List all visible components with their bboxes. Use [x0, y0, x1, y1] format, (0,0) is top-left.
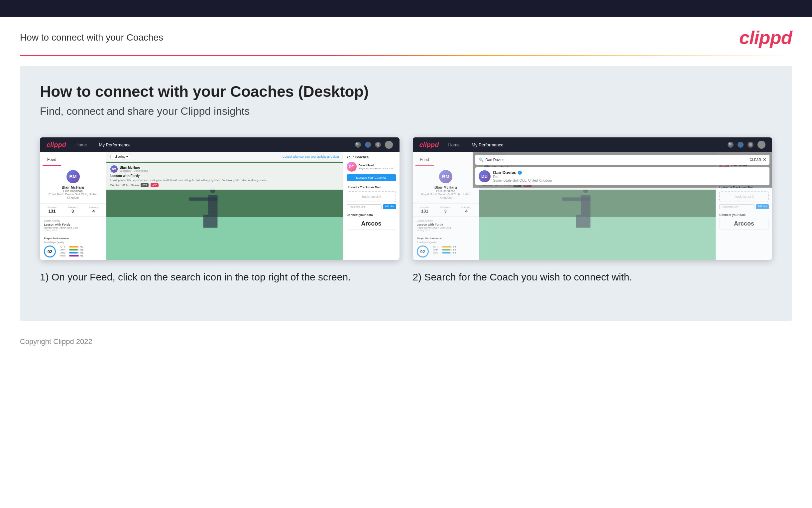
profile-avatar-1: BM [66, 170, 80, 183]
svg-rect-11 [562, 198, 590, 201]
search-input-2[interactable]: Dan Davies [486, 158, 748, 162]
header-divider [20, 55, 792, 56]
user-profile-card-1: BM Blair McHarg Plus Handicap Royal Nort… [40, 166, 106, 204]
player-performance-1: Player Performance Total Player Quality … [40, 234, 106, 260]
post-duration-1: Duration 01 hr : 30 min OTT APP [110, 183, 339, 187]
nav-home-1[interactable]: Home [73, 141, 90, 149]
trackman-input-1[interactable]: Trackman Link [347, 204, 382, 209]
settings-icon-1[interactable]: ⚙ [375, 142, 381, 148]
svg-rect-6 [210, 215, 218, 228]
screenshot-frame-2: clippd Home My Performance 🔍 👤 ⚙ Feed [413, 137, 772, 260]
close-btn-2[interactable]: × [763, 157, 766, 163]
profile-handicap-1: Plus Handicap [44, 189, 102, 193]
app-body-2: Feed BM Blair McHarg Plus Handicap Royal… [413, 152, 772, 260]
app-body-1: Feed BM Blair McHarg Plus Handicap Royal… [40, 152, 399, 260]
post-content-1: BM Blair McHarg Yesterday · Sunningdale … [106, 163, 343, 189]
svg-rect-5 [203, 215, 210, 228]
nav-my-performance-1[interactable]: My Performance [96, 141, 133, 149]
svg-rect-13 [583, 215, 590, 228]
nav-logo-2: clippd [420, 141, 439, 149]
svg-rect-12 [576, 215, 583, 228]
header: How to connect with your Coaches clippd [0, 17, 812, 55]
screenshots-row: clippd Home My Performance 🔍 👤 ⚙ Feed [40, 137, 772, 284]
screenshot-frame-1: clippd Home My Performance 🔍 👤 ⚙ Feed [40, 137, 399, 260]
nav-my-performance-2[interactable]: My Performance [469, 141, 506, 149]
feed-tab-2[interactable]: Feed [416, 154, 434, 166]
upload-section-1: Upload a Trackman Test Trackman Link Tra… [347, 186, 396, 209]
main-subheading: Find, connect and share your Clippd insi… [40, 105, 772, 118]
score-circle-1: 92 [44, 246, 56, 257]
verified-badge-2: ✓ [518, 171, 522, 175]
search-result-2[interactable]: DD Dan Davies ✓ Pro Sunningdale Golf Clu… [475, 167, 770, 185]
stat-followers-1: Followers 3 [68, 206, 78, 214]
metrics-1: OTT 90 APP 85 [60, 246, 83, 257]
search-overlay-2: 🔍 Dan Davies CLEAR × DD Dan Davies ✓ [473, 152, 772, 187]
profile-club-1: Royal North Devon Golf Club, United King… [44, 193, 102, 199]
profile-name-1: Blair McHarg [44, 185, 102, 189]
feed-sidebar-1: Feed BM Blair McHarg Plus Handicap Royal… [40, 152, 106, 260]
page-title: How to connect with your Coaches [20, 32, 163, 43]
stats-row-1: Activities 131 Followers 3 Following 4 [40, 204, 106, 217]
nav-home-2[interactable]: Home [445, 141, 462, 149]
feed-main-1: Following ▾ Control who can see your act… [106, 152, 343, 260]
main-heading: How to connect with your Coaches (Deskto… [40, 83, 772, 100]
stat-following-1: Following 4 [89, 206, 99, 214]
add-link-btn-1[interactable]: Add Link [383, 204, 396, 209]
avatar-2[interactable] [758, 141, 765, 149]
search-bar-2: 🔍 Dan Davies CLEAR × [475, 155, 770, 165]
trackman-input-row-1: Trackman Link Add Link [347, 204, 396, 209]
app-nav-1: clippd Home My Performance 🔍 👤 ⚙ [40, 137, 399, 152]
main-content: How to connect with your Coaches (Deskto… [20, 66, 792, 321]
top-bar [0, 0, 812, 17]
control-link-1[interactable]: Control who can see your activity and da… [283, 155, 339, 158]
btn-off-1[interactable]: OTT [141, 183, 149, 187]
result-name-2: Dan Davies ✓ [493, 170, 552, 175]
coach-avatar-1: DF [347, 162, 356, 172]
following-btn-1[interactable]: Following ▾ [110, 154, 130, 159]
search-icon-1[interactable]: 🔍 [355, 142, 361, 148]
latest-activity-1: Latest Activity Lesson with Fordy Royal … [40, 217, 106, 234]
search-icon-inner-2: 🔍 [479, 157, 484, 162]
feed-header-row-1: Following ▾ Control who can see your act… [106, 152, 343, 162]
svg-rect-1 [106, 217, 343, 260]
svg-rect-4 [189, 198, 218, 201]
post-avatar-1: BM [110, 165, 118, 173]
user-icon-2[interactable]: 👤 [737, 142, 744, 148]
trackman-box-1: Trackman Link [347, 191, 396, 202]
feed-tab-1[interactable]: Feed [43, 154, 61, 166]
btn-app-1[interactable]: APP [151, 183, 158, 187]
result-club-2: Sunningdale Golf Club, United Kingdom [493, 179, 552, 182]
user-icon-1[interactable]: 👤 [365, 142, 371, 148]
result-avatar-2: DD [479, 170, 490, 182]
nav-logo-1: clippd [47, 141, 66, 149]
avatar-1[interactable] [385, 141, 393, 149]
settings-icon-2[interactable]: ⚙ [748, 142, 754, 148]
coaches-panel-1: Your Coaches DF David Ford Royal North D… [343, 152, 399, 260]
coach-item-1: DF David Ford Royal North Devon Golf Clu… [347, 162, 396, 172]
arccos-logo-1: Arccos [347, 218, 396, 229]
clippd-logo: clippd [739, 27, 792, 48]
step1-description: 1) On your Feed, click on the search ico… [40, 270, 399, 284]
svg-rect-8 [479, 217, 716, 260]
screenshot-block-2: clippd Home My Performance 🔍 👤 ⚙ Feed [413, 137, 772, 284]
search-icon-2[interactable]: 🔍 [727, 142, 733, 148]
result-role-2: Pro [493, 175, 552, 179]
screenshot-block-1: clippd Home My Performance 🔍 👤 ⚙ Feed [40, 137, 399, 284]
nav-icons-1: 🔍 👤 ⚙ [355, 141, 393, 149]
app-nav-2: clippd Home My Performance 🔍 👤 ⚙ [413, 137, 772, 152]
nav-icons-2: 🔍 👤 ⚙ [727, 141, 765, 149]
feed-sidebar-2: Feed BM Blair McHarg Plus Handicap Royal… [413, 152, 479, 260]
footer: Copyright Clippd 2022 [0, 331, 812, 353]
copyright: Copyright Clippd 2022 [20, 337, 92, 346]
manage-coaches-btn-1[interactable]: Manage Your Coaches [347, 174, 396, 181]
clear-btn-2[interactable]: CLEAR [750, 158, 761, 162]
stat-activities-1: Activities 131 [48, 206, 57, 214]
connect-data-1: Connect your data Arccos [347, 213, 396, 229]
step2-description: 2) Search for the Coach you wish to conn… [413, 270, 772, 284]
